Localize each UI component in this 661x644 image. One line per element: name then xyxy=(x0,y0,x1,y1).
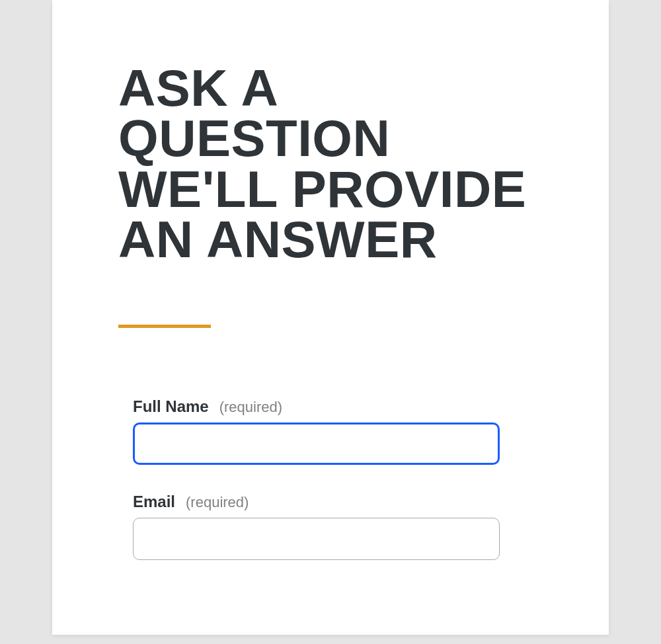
form-group-email: Email (required) xyxy=(118,493,543,560)
label-row: Full Name (required) xyxy=(133,397,543,416)
email-label: Email xyxy=(133,493,175,511)
email-required-hint: (required) xyxy=(186,494,249,511)
fullname-label: Full Name xyxy=(133,397,209,416)
label-row: Email (required) xyxy=(133,493,543,511)
fullname-input[interactable] xyxy=(133,423,500,465)
accent-divider xyxy=(118,325,211,328)
fullname-required-hint: (required) xyxy=(219,399,282,416)
form-group-fullname: Full Name (required) xyxy=(118,397,543,465)
form-card: ASK A QUESTION WE'LL PROVIDE AN ANSWER F… xyxy=(52,0,609,635)
email-input[interactable] xyxy=(133,518,500,560)
page-title: ASK A QUESTION WE'LL PROVIDE AN ANSWER xyxy=(118,63,543,265)
